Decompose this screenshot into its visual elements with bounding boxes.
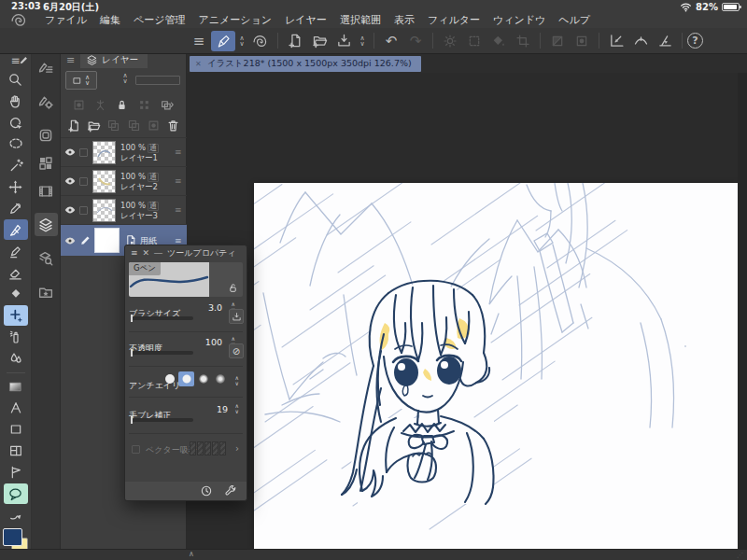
lock-transparent-icon[interactable]: [137, 98, 151, 112]
fill-button[interactable]: [486, 31, 511, 51]
layer-row[interactable]: 100 %通 レイヤー2 ≡: [61, 166, 187, 195]
layers-menu-icon[interactable]: ≡: [66, 54, 75, 66]
crop-button[interactable]: [511, 31, 535, 51]
brush-size-value[interactable]: 3.0: [208, 302, 222, 313]
tool-text[interactable]: [4, 398, 28, 418]
edit-tool-button[interactable]: [211, 31, 235, 51]
tool-frame-border[interactable]: [4, 441, 28, 461]
blend-mode-button[interactable]: ∧∨: [65, 71, 97, 90]
layer-visibility-eye-icon[interactable]: [61, 234, 79, 247]
toggle-color-set[interactable]: [35, 151, 58, 175]
help-button[interactable]: ?: [687, 33, 703, 49]
paper-layer-thumbnail[interactable]: [94, 228, 120, 253]
palette-minimize-icon[interactable]: ―: [154, 248, 162, 258]
layer-grip-icon[interactable]: ≡: [175, 147, 187, 157]
layer-grip-icon[interactable]: ≡: [175, 236, 187, 245]
tool-selection[interactable]: [4, 133, 28, 154]
toggle-tool-property[interactable]: [35, 90, 58, 113]
layer-visibility-eye-icon[interactable]: [61, 175, 79, 188]
menu-animation[interactable]: アニメーション: [192, 13, 279, 27]
toolbar-menu-icon[interactable]: ≡: [187, 31, 211, 51]
tool-palette-menu[interactable]: ≡: [4, 54, 28, 69]
document-tab[interactable]: ✕ イラスト218* (1500 x 1500px 350dpi 126.7%): [190, 56, 421, 72]
tool-eraser[interactable]: [4, 262, 28, 283]
layer-thumbnail[interactable]: [92, 141, 116, 164]
vector-snap-checkbox[interactable]: [132, 445, 140, 454]
menu-view[interactable]: 表示: [388, 13, 421, 27]
stabilization-slider[interactable]: [132, 418, 193, 422]
clip-to-layer-icon[interactable]: [72, 98, 86, 112]
tool-operation[interactable]: [4, 305, 28, 326]
tool-rotate[interactable]: [4, 112, 28, 133]
select-pair-icon[interactable]: [159, 98, 176, 112]
menu-selection[interactable]: 選択範囲: [333, 13, 388, 27]
vertical-scrollbar[interactable]: [738, 73, 747, 549]
layer-thumbnail[interactable]: [92, 170, 116, 193]
menu-window[interactable]: ウィンドウ: [486, 13, 552, 27]
tab-close-icon[interactable]: ✕: [195, 60, 202, 68]
layer-checkbox[interactable]: [79, 148, 88, 157]
mask-diagonal-button[interactable]: [545, 31, 570, 51]
tool-airbrush[interactable]: [4, 327, 28, 347]
tool-zoom[interactable]: [4, 69, 28, 90]
tool-balloon[interactable]: [4, 483, 28, 504]
layer-row[interactable]: 100 %通 レイヤー3 ≡: [61, 195, 187, 224]
menu-layer[interactable]: レイヤー: [278, 13, 333, 27]
tool-ruler[interactable]: [4, 462, 28, 483]
aa-option-none[interactable]: [162, 371, 177, 386]
save-button[interactable]: [331, 31, 356, 51]
delete-layer-button[interactable]: [166, 119, 180, 133]
mask-square-button[interactable]: [570, 31, 594, 51]
transfer-layer-button[interactable]: [106, 119, 120, 133]
new-folder-button[interactable]: [87, 119, 101, 133]
toggle-timeline[interactable]: [35, 179, 58, 203]
tool-gradient[interactable]: [4, 376, 28, 397]
save-options-stepper[interactable]: ∧∨: [356, 35, 369, 47]
new-file-button[interactable]: [283, 31, 307, 51]
undo-button[interactable]: ↶: [379, 31, 403, 51]
redo-button[interactable]: ↷: [403, 31, 428, 51]
toggle-layer-search[interactable]: [35, 246, 58, 270]
opacity-slider[interactable]: [132, 351, 193, 355]
foreground-color-swatch[interactable]: [3, 528, 22, 546]
opacity-stepper[interactable]: ∧∨: [119, 73, 132, 84]
brush-size-source-button[interactable]: [229, 309, 244, 324]
snap-to-ruler-button[interactable]: [604, 31, 628, 51]
aa-option-weak-selected[interactable]: [178, 371, 194, 386]
stabilization-value[interactable]: 19: [217, 404, 228, 414]
opacity-slider[interactable]: [135, 76, 180, 85]
aa-option-medium[interactable]: [195, 371, 211, 386]
reference-layer-icon[interactable]: [93, 98, 107, 112]
menu-file[interactable]: ファイル: [38, 13, 93, 27]
menu-edit[interactable]: 編集: [93, 13, 127, 27]
tool-marker[interactable]: [4, 241, 28, 261]
layer-checkbox[interactable]: [79, 177, 88, 186]
resize-grip-icon[interactable]: ⋰: [737, 552, 744, 559]
toggle-material[interactable]: [35, 280, 58, 303]
tool-auto-select[interactable]: [4, 155, 28, 175]
stabilization-stepper[interactable]: ∧∨: [235, 403, 239, 413]
menu-page-manage[interactable]: ページ管理: [127, 13, 192, 27]
tool-decoration[interactable]: [4, 348, 28, 369]
opacity-none-button[interactable]: ⊘: [229, 343, 244, 358]
tool-move[interactable]: [4, 176, 28, 197]
expand-panel-chevron[interactable]: ∧: [189, 550, 194, 558]
tool-blend[interactable]: [4, 284, 28, 304]
tool-pen[interactable]: [4, 219, 28, 240]
layer-checkbox[interactable]: [79, 206, 88, 215]
menu-help[interactable]: ヘルプ: [552, 13, 597, 27]
tool-eyedropper[interactable]: [4, 198, 28, 218]
snap-to-grid-button[interactable]: [653, 31, 677, 51]
toggle-layer-palette[interactable]: [35, 213, 58, 236]
merge-layer-button[interactable]: [127, 119, 141, 133]
vector-snap-strength[interactable]: [190, 441, 226, 455]
tool-hand[interactable]: [4, 91, 28, 111]
reset-history-clock-icon[interactable]: [200, 484, 213, 497]
toolbar-expand-stepper[interactable]: ∧∨: [235, 35, 248, 47]
unlock-icon[interactable]: [227, 282, 239, 294]
layer-thumbnail[interactable]: [92, 199, 116, 222]
tool-correct-line[interactable]: [4, 505, 28, 525]
new-layer-button[interactable]: [67, 119, 81, 133]
layer-row[interactable]: 100 %通 レイヤー1 ≡: [61, 137, 187, 166]
vector-snap-expand-icon[interactable]: ›: [235, 443, 239, 454]
